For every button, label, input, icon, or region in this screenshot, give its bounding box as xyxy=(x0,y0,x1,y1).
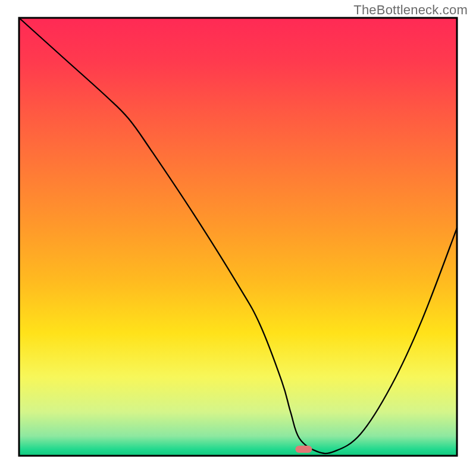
watermark-text: TheBottleneck.com xyxy=(353,2,468,18)
chart-area xyxy=(18,17,458,457)
chart-background xyxy=(19,18,457,456)
bottleneck-marker xyxy=(295,446,312,453)
